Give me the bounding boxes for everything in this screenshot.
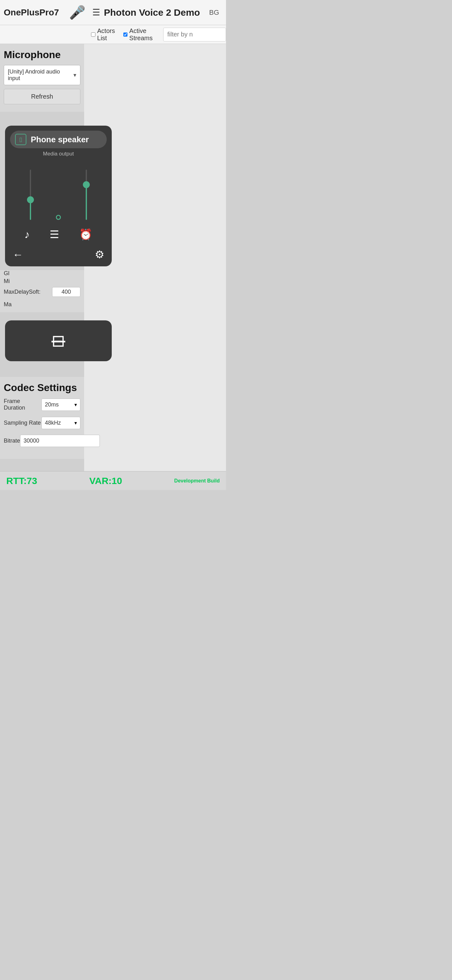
- build-label: Development Build: [174, 478, 220, 484]
- main-content-area: [84, 44, 226, 490]
- music-note-icon[interactable]: ♪: [24, 228, 30, 240]
- codec-settings-section: Codec Settings Frame Duration 20ms ▾ Sam…: [0, 377, 84, 459]
- sampling-rate-row: Sampling Rate 48kHz ▾: [4, 417, 80, 429]
- media-output-subtitle: Media output: [5, 151, 112, 157]
- right-slider-thumb[interactable]: [83, 181, 90, 188]
- frame-duration-label: Frame Duration: [4, 398, 41, 411]
- max-delay-soft-label: MaxDelaySoft:: [4, 289, 41, 295]
- alarm-icon[interactable]: ⏰: [79, 228, 92, 240]
- left-slider-track[interactable]: [30, 170, 31, 220]
- center-dot: [56, 215, 61, 220]
- sampling-rate-arrow-icon: ▾: [75, 420, 77, 426]
- bg-label: BG: [209, 8, 219, 17]
- var-stat: VAR:10: [89, 476, 122, 486]
- frame-duration-value: 20ms: [45, 401, 59, 408]
- app-footer: RTT:73 VAR:10 Development Build: [0, 471, 226, 490]
- sliders-area: [5, 160, 112, 223]
- menu-icon[interactable]: ☰: [92, 7, 100, 18]
- sampling-rate-value: 48kHz: [45, 420, 61, 426]
- refresh-button[interactable]: Refresh: [4, 89, 80, 104]
- filter-input[interactable]: [163, 28, 226, 41]
- vibrate-icon[interactable]: ☰: [49, 228, 59, 240]
- frame-duration-row: Frame Duration 20ms ▾: [4, 398, 80, 411]
- app-header: OnePlusPro7 🎤 ☰ Photon Voice 2 Demo BG: [0, 0, 226, 25]
- active-streams-checkbox[interactable]: [123, 32, 127, 38]
- sampling-rate-dropdown[interactable]: 48kHz ▾: [41, 417, 80, 429]
- partial-text-gl: Gl: [4, 270, 80, 277]
- speaker-icon-box: ▯: [15, 134, 26, 145]
- max-delay-soft-value: 400: [52, 287, 80, 297]
- popup-header-row: ▯ Phone speaker: [10, 130, 107, 148]
- device-name: OnePlusPro7: [4, 8, 59, 18]
- center-indicator: [56, 163, 61, 220]
- right-slider-track[interactable]: [86, 170, 87, 220]
- phone-speaker-title: Phone speaker: [31, 135, 89, 145]
- header-right: ☰ Photon Voice 2 Demo BG: [89, 7, 222, 18]
- phone-speaker-popup: ▯ Phone speaker Media output: [5, 126, 112, 266]
- right-slider-col[interactable]: [86, 163, 87, 220]
- actors-list-checkbox-item[interactable]: Actors List: [91, 27, 117, 42]
- codec-settings-title: Codec Settings: [4, 382, 80, 394]
- mute-popup[interactable]: ⊟: [5, 320, 112, 361]
- frame-duration-dropdown[interactable]: 20ms ▾: [41, 399, 80, 411]
- bottom-icons-row: ♪ ☰ ⏰: [5, 223, 112, 244]
- active-streams-checkbox-item[interactable]: Active Streams: [123, 27, 157, 42]
- microphone-section-title: Microphone: [4, 49, 80, 60]
- dropdown-arrow-icon: ▾: [73, 72, 76, 78]
- audio-input-value: [Unity] Android audio input: [8, 68, 73, 82]
- frame-duration-arrow-icon: ▾: [75, 402, 77, 408]
- header-left: OnePlusPro7 🎤: [4, 5, 89, 20]
- back-button[interactable]: ←: [13, 248, 23, 261]
- bitrate-row: Bitrate: [4, 435, 80, 447]
- active-streams-label: Active Streams: [129, 27, 157, 42]
- popup-nav-row: ← ⚙: [5, 244, 112, 266]
- partial-text-ma: Ma: [4, 301, 80, 308]
- partial-text-mi: Mi: [4, 278, 80, 285]
- bitrate-label: Bitrate: [4, 438, 20, 444]
- left-panel: Microphone [Unity] Android audio input ▾…: [0, 44, 84, 112]
- subheader: Actors List Active Streams: [0, 25, 226, 44]
- sampling-rate-label: Sampling Rate: [4, 420, 41, 426]
- max-delay-soft-row: MaxDelaySoft: 400: [4, 286, 80, 298]
- speaker-icon: ▯: [19, 136, 22, 143]
- rtt-stat: RTT:73: [6, 476, 37, 486]
- actors-list-checkbox[interactable]: [91, 32, 95, 38]
- audio-input-dropdown[interactable]: [Unity] Android audio input ▾: [4, 65, 80, 85]
- microphone-icon: 🎤: [69, 5, 86, 20]
- settings-button[interactable]: ⚙: [95, 248, 104, 261]
- app-title: Photon Voice 2 Demo: [104, 7, 209, 18]
- actors-list-label: Actors List: [97, 27, 117, 42]
- lower-left-panel: Gl Mi MaxDelaySoft: 400 Ma: [0, 270, 84, 312]
- left-slider-thumb[interactable]: [27, 196, 34, 203]
- bitrate-input[interactable]: [20, 435, 100, 447]
- right-slider-fill: [86, 185, 87, 220]
- mute-icon: ⊟: [51, 331, 65, 350]
- left-slider-col[interactable]: [30, 163, 31, 220]
